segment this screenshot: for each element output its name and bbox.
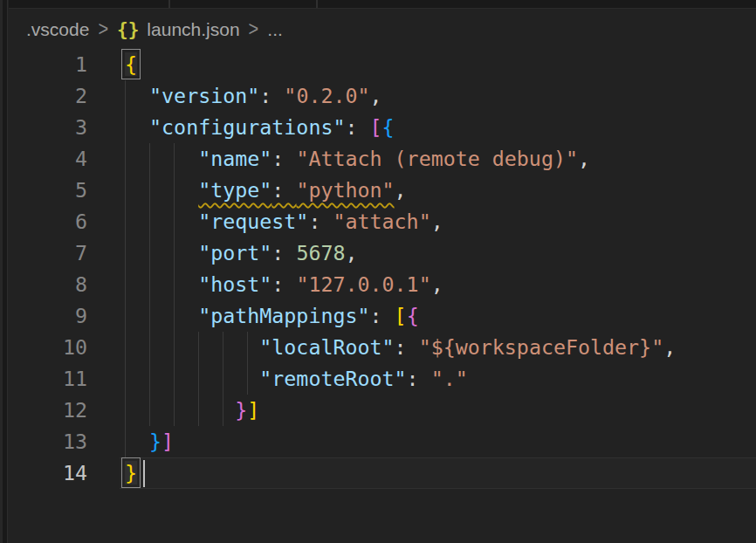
token-key: "remoteRoot" [259, 367, 406, 390]
code-line-content[interactable]: }] [87, 395, 756, 426]
line-number[interactable]: 13 [9, 426, 87, 457]
matched-bracket: { [125, 52, 137, 76]
code-line[interactable]: 3 "configurations": [{ [9, 112, 756, 143]
code-line[interactable]: 4 "name": "Attach (remote debug)", [9, 143, 756, 175]
token-key: "host" [198, 272, 271, 296]
chevron-right-icon: > [249, 17, 259, 40]
token-punct: : [395, 335, 419, 359]
code-line[interactable]: 2 "version": "0.2.0", [9, 80, 756, 112]
token-punct: : [271, 147, 296, 170]
tab-divider [316, 0, 318, 8]
token-str: "python" [296, 178, 394, 202]
token-key: "port" [198, 241, 271, 265]
token-punct: , [431, 210, 443, 233]
token-punct: , [431, 272, 443, 296]
code-line-content[interactable]: "port": 5678, [87, 237, 756, 269]
code-text: "version": "0.2.0", [125, 84, 382, 107]
code-text: "name": "Attach (remote debug)", [125, 147, 590, 170]
breadcrumb-symbol[interactable]: ... [267, 19, 283, 40]
code-line-content[interactable]: }] [87, 426, 756, 457]
token-punct: : [345, 115, 369, 139]
token-str: "attach" [333, 210, 430, 233]
code-line[interactable]: 11 "remoteRoot": "." [9, 363, 756, 395]
token-str: "." [431, 367, 468, 390]
token-b1: ] [247, 398, 259, 422]
token-b1: [ [395, 304, 407, 327]
token-punct: : [407, 367, 431, 390]
code-line[interactable]: 7 "port": 5678, [9, 237, 756, 269]
token-punct: , [578, 147, 590, 170]
line-number[interactable]: 14 [9, 457, 87, 489]
token-b3: { [382, 115, 395, 139]
tab-strip-bottom-edge [9, 0, 756, 9]
code-line-content[interactable]: "host": "127.0.0.1", [87, 269, 756, 300]
code-line[interactable]: 9 "pathMappings": [{ [9, 300, 756, 332]
code-line-content[interactable]: "name": "Attach (remote debug)", [87, 143, 756, 175]
code-line-content[interactable]: "pathMappings": [{ [87, 300, 756, 332]
token-b2: } [235, 398, 247, 422]
token-punct: : [271, 241, 296, 265]
code-editor[interactable]: 1{2 "version": "0.2.0",3 "configurations… [9, 49, 756, 489]
token-key: "name" [198, 147, 271, 170]
token-key: "request" [198, 210, 308, 233]
code-line-content[interactable]: "type": "python", [87, 175, 756, 206]
line-number[interactable]: 9 [9, 300, 87, 332]
token-punct: : [271, 178, 296, 202]
token-punct: , [345, 241, 357, 265]
code-text: "type": "python", [125, 178, 407, 202]
code-line-content[interactable]: "localRoot": "${workspaceFolder}", [87, 332, 756, 363]
current-line-highlight [120, 457, 756, 489]
chevron-right-icon: > [98, 17, 108, 40]
token-punct: : [271, 272, 296, 296]
token-b2: ] [162, 430, 174, 453]
code-line-content[interactable]: "version": "0.2.0", [87, 80, 756, 112]
code-line-content[interactable]: } [87, 457, 756, 489]
code-text: "localRoot": "${workspaceFolder}", [125, 335, 676, 359]
code-line[interactable]: 8 "host": "127.0.0.1", [9, 269, 756, 300]
code-line[interactable]: 13 }] [9, 426, 756, 457]
token-str: "${workspaceFolder}" [419, 335, 664, 359]
code-line[interactable]: 6 "request": "attach", [9, 206, 756, 237]
token-str: "127.0.0.1" [296, 272, 430, 296]
breadcrumb-file[interactable]: launch.json [147, 19, 239, 40]
line-number[interactable]: 7 [9, 237, 87, 269]
token-punct: : [370, 304, 395, 327]
line-number[interactable]: 1 [9, 49, 87, 80]
code-line[interactable]: 10 "localRoot": "${workspaceFolder}", [9, 332, 756, 363]
line-number[interactable]: 12 [9, 395, 87, 426]
token-str: "0.2.0" [284, 84, 369, 107]
breadcrumb-folder[interactable]: .vscode [26, 19, 89, 40]
line-number[interactable]: 10 [9, 332, 87, 363]
token-num: 5678 [296, 241, 345, 265]
line-number[interactable]: 6 [9, 206, 87, 237]
code-text: }] [125, 398, 259, 422]
code-text: "request": "attach", [125, 210, 443, 233]
line-number[interactable]: 8 [9, 269, 87, 300]
code-text: "port": 5678, [125, 241, 358, 265]
token-key: "configurations" [149, 115, 345, 139]
code-line[interactable]: 14} [9, 457, 756, 489]
editor-left-rail [0, 0, 8, 543]
token-punct: , [395, 178, 407, 202]
text-cursor [143, 460, 145, 487]
code-line[interactable]: 1{ [9, 49, 756, 80]
code-line-content[interactable]: "request": "attach", [87, 206, 756, 237]
breadcrumb: .vscode > {} launch.json > ... [9, 10, 756, 49]
token-punct: : [259, 84, 284, 107]
code-line-content[interactable]: "remoteRoot": "." [87, 363, 756, 395]
line-number[interactable]: 3 [9, 112, 87, 143]
tab-divider [168, 0, 170, 8]
code-text: "host": "127.0.0.1", [125, 272, 443, 296]
token-punct: , [663, 335, 676, 359]
line-number[interactable]: 2 [9, 80, 87, 112]
token-punct: , [370, 84, 382, 107]
code-line-content[interactable]: { [87, 49, 756, 80]
code-line[interactable]: 12 }] [9, 395, 756, 426]
code-line[interactable]: 5 "type": "python", [9, 175, 756, 206]
line-number[interactable]: 5 [9, 175, 87, 206]
code-text: "pathMappings": [{ [125, 304, 419, 327]
line-number[interactable]: 4 [9, 143, 87, 175]
token-b3: } [149, 430, 162, 453]
line-number[interactable]: 11 [9, 363, 87, 395]
code-line-content[interactable]: "configurations": [{ [87, 112, 756, 143]
